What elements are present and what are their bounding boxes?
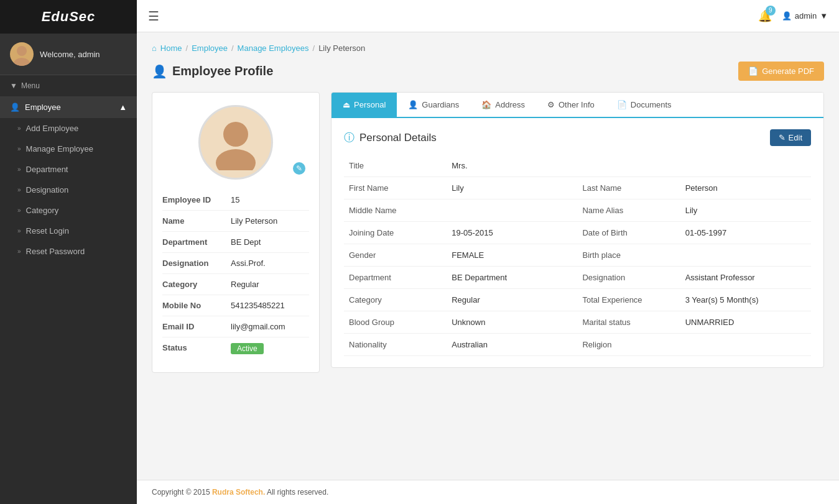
menu-label: ▼ Menu <box>0 75 137 96</box>
field-label: Middle Name <box>344 199 447 222</box>
field-value: 3 Year(s) 5 Month(s) <box>680 289 811 311</box>
user-icon: 👤 <box>10 103 20 112</box>
admin-menu[interactable]: 👤 admin ▼ <box>782 11 828 21</box>
table-row: TitleMrs. <box>344 155 811 177</box>
page-title: 👤 Employee Profile <box>152 64 273 79</box>
address-tab-icon: 🏠 <box>481 100 491 109</box>
generate-pdf-button[interactable]: 📄 Generate PDF <box>738 62 824 81</box>
tab-guardians[interactable]: 👤 Guardians <box>397 93 470 118</box>
tab-documents[interactable]: 📄 Documents <box>606 93 683 118</box>
field-value: UNMARRIED <box>680 311 811 334</box>
profile-avatar <box>198 105 273 180</box>
profile-info-department: Department BE Dept <box>162 232 309 253</box>
tabs-header: ⏏ Personal 👤 Guardians 🏠 Address ⚙ Other… <box>331 93 823 118</box>
field-value: FEMALE <box>447 244 577 267</box>
field-value: Peterson <box>680 177 811 199</box>
home-icon: ⌂ <box>152 44 157 53</box>
sidebar-item-reset-login[interactable]: » Reset Login <box>0 221 137 241</box>
footer: Copyright © 2015 Rudra Softech. All righ… <box>137 480 839 504</box>
field-label: Marital status <box>577 311 680 334</box>
main-panel: ☰ 🔔 9 👤 admin ▼ ⌂ Home / Employee / Mana… <box>137 0 839 504</box>
sidebar-item-add-employee[interactable]: » Add Employee <box>0 118 137 139</box>
field-value: Lily <box>447 177 577 199</box>
notification-bell[interactable]: 🔔 9 <box>758 9 772 23</box>
chevron-up-icon: ▲ <box>119 103 127 112</box>
sidebar-section-employee[interactable]: 👤 Employee ▲ <box>0 96 137 118</box>
table-row: NationalityAustralianReligion <box>344 334 811 356</box>
breadcrumb-sep3: / <box>313 44 315 53</box>
tab-other-info[interactable]: ⚙ Other Info <box>536 93 606 118</box>
field-value: Assistant Professor <box>680 267 811 289</box>
profile-info-name: Name Lily Peterson <box>162 211 309 232</box>
page-header: 👤 Employee Profile 📄 Generate PDF <box>152 62 824 81</box>
field-label: Title <box>344 155 447 177</box>
content-area: ⌂ Home / Employee / Manage Employees / L… <box>137 32 839 480</box>
chevron-right-icon: » <box>17 145 21 152</box>
field-label: Designation <box>577 267 680 289</box>
field-value: 01-05-1997 <box>680 222 811 244</box>
admin-user-icon: 👤 <box>782 11 792 21</box>
breadcrumb-sep1: / <box>186 44 188 53</box>
profile-avatar-wrap: ✎ <box>162 105 309 180</box>
sidebar-user: Welcome, admin <box>0 34 137 75</box>
welcome-text: Welcome, admin <box>40 50 100 59</box>
table-row: DepartmentBE DepartmentDesignationAssist… <box>344 267 811 289</box>
profile-info-employee-id: Employee ID 15 <box>162 190 309 211</box>
hamburger-icon[interactable]: ☰ <box>148 9 159 24</box>
info-icon: ⓘ <box>344 131 355 145</box>
breadcrumb-sep2: / <box>231 44 234 53</box>
chevron-right-icon: » <box>17 207 21 214</box>
chevron-right-icon: » <box>17 166 21 173</box>
table-row: CategoryRegularTotal Experience3 Year(s)… <box>344 289 811 311</box>
tab-address[interactable]: 🏠 Address <box>470 93 536 118</box>
svg-point-3 <box>216 149 256 170</box>
personal-tab-icon: ⏏ <box>343 100 350 109</box>
sidebar-item-department[interactable]: » Department <box>0 159 137 180</box>
sidebar-item-reset-password[interactable]: » Reset Password <box>0 241 137 262</box>
sidebar-item-category[interactable]: » Category <box>0 200 137 221</box>
profile-info-mobile: Mobile No 541235485221 <box>162 295 309 316</box>
profile-tabs-panel: ⏏ Personal 👤 Guardians 🏠 Address ⚙ Other… <box>331 92 824 368</box>
profile-card: ✎ Employee ID 15 Name Lily Peterson Depa… <box>152 92 320 373</box>
svg-point-0 <box>17 46 27 56</box>
tab-personal[interactable]: ⏏ Personal <box>331 93 397 118</box>
table-row: GenderFEMALEBirth place <box>344 244 811 267</box>
field-label: Date of Birth <box>577 222 680 244</box>
edit-icon: ✎ <box>779 133 786 142</box>
sidebar-item-designation[interactable]: » Designation <box>0 180 137 200</box>
field-value: Lily <box>680 199 811 222</box>
topnav: ☰ 🔔 9 👤 admin ▼ <box>137 0 839 32</box>
employee-icon: 👤 <box>152 64 167 79</box>
chevron-right-icon: » <box>17 125 21 132</box>
avatar <box>10 42 34 66</box>
breadcrumb-employee[interactable]: Employee <box>192 44 228 53</box>
field-label: Nationality <box>344 334 447 356</box>
chevron-right-icon: » <box>17 186 21 193</box>
sidebar-item-manage-employee[interactable]: » Manage Employee <box>0 139 137 159</box>
notification-count: 9 <box>766 6 776 16</box>
footer-link[interactable]: Rudra Softech. <box>212 488 265 497</box>
field-label: Joining Date <box>344 222 447 244</box>
field-value <box>680 244 811 267</box>
profile-wrapper: ✎ Employee ID 15 Name Lily Peterson Depa… <box>152 92 824 373</box>
sidebar-nav-items: » Add Employee » Manage Employee » Depar… <box>0 118 137 262</box>
breadcrumb-manage-employees[interactable]: Manage Employees <box>238 44 309 53</box>
pdf-icon: 📄 <box>748 66 758 76</box>
field-label: Gender <box>344 244 447 267</box>
field-label: Name Alias <box>577 199 680 222</box>
field-label: Blood Group <box>344 311 447 334</box>
chevron-down-icon: ▼ <box>820 11 828 21</box>
status-badge: Active <box>231 343 264 354</box>
edit-button[interactable]: ✎ Edit <box>770 129 811 146</box>
field-label: Department <box>344 267 447 289</box>
breadcrumb: ⌂ Home / Employee / Manage Employees / L… <box>152 44 824 53</box>
breadcrumb-home[interactable]: Home <box>160 44 182 53</box>
profile-info-category: Category Regular <box>162 274 309 295</box>
field-label <box>577 155 680 177</box>
table-row: First NameLilyLast NamePeterson <box>344 177 811 199</box>
avatar-edit-button[interactable]: ✎ <box>292 161 307 176</box>
field-label: Last Name <box>577 177 680 199</box>
field-label: Birth place <box>577 244 680 267</box>
field-label: Religion <box>577 334 680 356</box>
table-row: Joining Date19-05-2015Date of Birth01-05… <box>344 222 811 244</box>
